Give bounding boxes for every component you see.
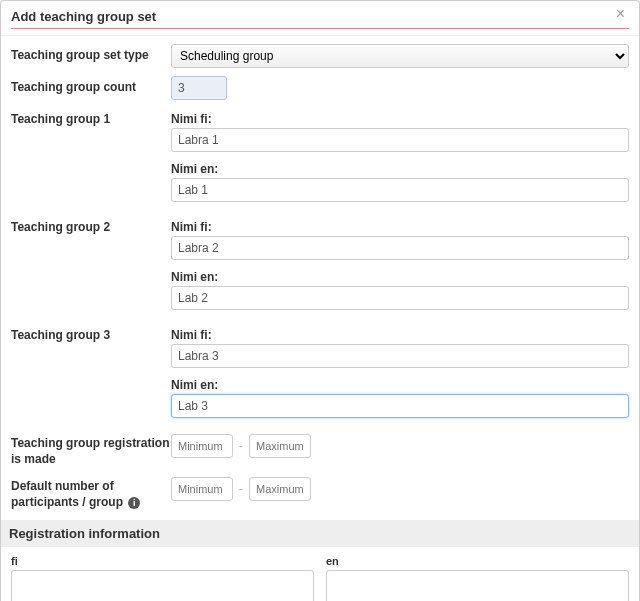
range-dash: - bbox=[239, 439, 243, 453]
participants-max-input[interactable] bbox=[249, 477, 311, 501]
reg-made-max-input[interactable] bbox=[249, 434, 311, 458]
info-icon[interactable]: i bbox=[128, 497, 140, 509]
group2-name-fi-input[interactable] bbox=[171, 236, 629, 260]
label-en: en bbox=[326, 555, 629, 567]
modal-title: Add teaching group set bbox=[11, 9, 156, 24]
label-group3: Teaching group 3 bbox=[11, 324, 171, 344]
row-group3: Teaching group 3 Nimi fi: Nimi en: bbox=[11, 324, 629, 424]
modal-header: Add teaching group set × bbox=[1, 1, 639, 36]
label-fi: fi bbox=[11, 555, 314, 567]
group3-name-en-input[interactable] bbox=[171, 394, 629, 418]
label-default-participants-text: Default number of participants / group bbox=[11, 479, 123, 509]
reg-info-fi-textarea[interactable] bbox=[11, 570, 314, 601]
reg-info-row: fi en bbox=[11, 555, 629, 601]
label-name-fi: Nimi fi: bbox=[171, 112, 629, 126]
range-dash: - bbox=[239, 482, 243, 496]
reg-info-en-textarea[interactable] bbox=[326, 570, 629, 601]
label-count: Teaching group count bbox=[11, 76, 171, 96]
label-group1: Teaching group 1 bbox=[11, 108, 171, 128]
set-type-select[interactable]: Scheduling group bbox=[171, 44, 629, 68]
row-count: Teaching group count bbox=[11, 76, 629, 100]
label-name-en: Nimi en: bbox=[171, 378, 629, 392]
label-name-en: Nimi en: bbox=[171, 162, 629, 176]
label-name-fi: Nimi fi: bbox=[171, 328, 629, 342]
reg-made-min-input[interactable] bbox=[171, 434, 233, 458]
modal-body: Teaching group set type Scheduling group… bbox=[1, 36, 639, 601]
group3-name-fi-input[interactable] bbox=[171, 344, 629, 368]
row-default-participants: Default number of participants / group i… bbox=[11, 475, 629, 510]
label-default-participants: Default number of participants / group i bbox=[11, 475, 171, 510]
section-registration-info: Registration information bbox=[1, 520, 639, 547]
add-teaching-group-modal: Add teaching group set × Teaching group … bbox=[0, 0, 640, 601]
label-set-type: Teaching group set type bbox=[11, 44, 171, 64]
row-group1: Teaching group 1 Nimi fi: Nimi en: bbox=[11, 108, 629, 208]
group1-name-en-input[interactable] bbox=[171, 178, 629, 202]
group1-name-fi-input[interactable] bbox=[171, 128, 629, 152]
label-group2: Teaching group 2 bbox=[11, 216, 171, 236]
label-name-fi: Nimi fi: bbox=[171, 220, 629, 234]
label-reg-made: Teaching group registration is made bbox=[11, 432, 171, 467]
reg-info-en-col: en bbox=[326, 555, 629, 601]
label-name-en: Nimi en: bbox=[171, 270, 629, 284]
close-icon[interactable]: × bbox=[610, 5, 631, 23]
row-reg-made: Teaching group registration is made - bbox=[11, 432, 629, 467]
reg-info-fi-col: fi bbox=[11, 555, 314, 601]
header-divider bbox=[11, 28, 629, 29]
row-group2: Teaching group 2 Nimi fi: Nimi en: bbox=[11, 216, 629, 316]
count-input[interactable] bbox=[171, 76, 227, 100]
row-set-type: Teaching group set type Scheduling group bbox=[11, 44, 629, 68]
participants-min-input[interactable] bbox=[171, 477, 233, 501]
group2-name-en-input[interactable] bbox=[171, 286, 629, 310]
